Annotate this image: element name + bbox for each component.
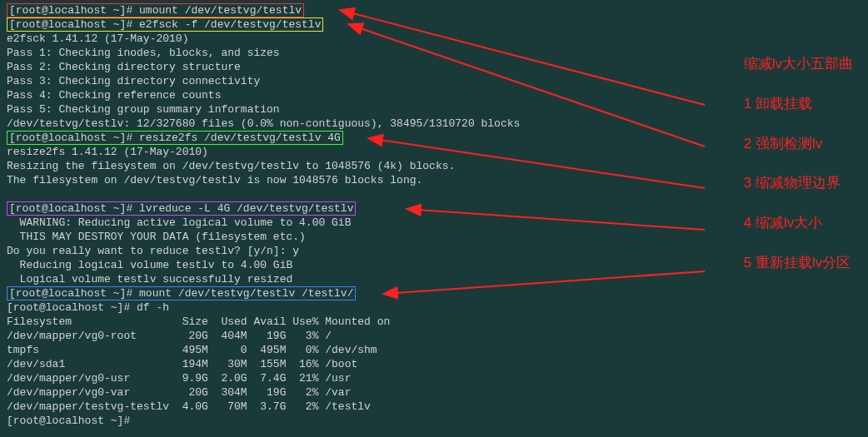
prompt: [root@localhost ~]# <box>9 4 139 17</box>
df-row: /dev/mapper/vg0-root 20G 404M 19G 3% / <box>7 329 861 343</box>
prompt: [root@localhost ~]# <box>9 18 139 31</box>
cmd-text: resize2fs /dev/testvg/testlv 4G <box>139 132 341 144</box>
df-row: tmpfs 495M 0 495M 0% /dev/shm <box>7 343 861 357</box>
annotation-step-5: 5 重新挂载lv分区 <box>744 253 853 273</box>
output-line: resize2fs 1.41.12 (17-May-2010) <box>7 145 861 159</box>
cmd-text: mount /dev/testvg/testlv /testlv/ <box>139 287 353 300</box>
prompt: [root@localhost ~]# <box>7 301 137 314</box>
prompt: [root@localhost ~]# <box>9 287 139 300</box>
cmd-text: df -h <box>137 301 169 314</box>
cmd-text: umount /dev/testvg/testlv <box>139 4 302 17</box>
prompt: [root@localhost ~]# <box>9 132 139 144</box>
prompt-line: [root@localhost ~]# <box>7 414 861 428</box>
cmd-text: e2fsck -f /dev/testvg/testlv <box>139 18 321 31</box>
cmd-line-umount: [root@localhost ~]# umount /dev/testvg/t… <box>7 3 861 17</box>
output-line: /dev/testvg/testlv: 12/327680 files (0.0… <box>7 117 861 131</box>
output-line: The filesystem on /dev/testvg/testlv is … <box>7 173 861 187</box>
annotation-step-4: 4 缩减lv大小 <box>744 213 853 233</box>
annotation-title: 缩减lv大小五部曲 <box>744 54 853 74</box>
cmd-line-resize2fs: [root@localhost ~]# resize2fs /dev/testv… <box>7 131 861 145</box>
cmd-line-e2fsck: [root@localhost ~]# e2fsck -f /dev/testv… <box>7 17 861 32</box>
cmd-box-mount: [root@localhost ~]# mount /dev/testvg/te… <box>7 286 356 300</box>
output-line: WARNING: Reducing active logical volume … <box>7 216 861 230</box>
cmd-text: lvreduce -L 4G /dev/testvg/testlv <box>139 202 353 215</box>
output-line: Pass 5: Checking group summary informati… <box>7 102 861 117</box>
df-row: /dev/mapper/vg0-var 20G 304M 19G 2% /var <box>7 385 861 400</box>
output-line: Reducing logical volume testlv to 4.00 G… <box>7 258 861 272</box>
output-line: Do you really want to reduce testlv? [y/… <box>7 244 861 258</box>
df-row: /dev/sda1 194M 30M 155M 16% /boot <box>7 357 861 371</box>
cmd-box-resize2fs: [root@localhost ~]# resize2fs /dev/testv… <box>7 131 343 145</box>
output-line: THIS MAY DESTROY YOUR DATA (filesystem e… <box>7 230 861 244</box>
cmd-line-mount: [root@localhost ~]# mount /dev/testvg/te… <box>7 286 861 300</box>
cmd-line-lvreduce: [root@localhost ~]# lvreduce -L 4G /dev/… <box>7 201 861 216</box>
annotation-step-2: 2 强制检测lv <box>744 134 853 154</box>
output-line: Pass 3: Checking directory connectivity <box>7 74 861 88</box>
output-line: Pass 1: Checking inodes, blocks, and siz… <box>7 46 861 60</box>
annotation-step-1: 1 卸载挂载 <box>744 94 853 114</box>
annotation-panel: 缩减lv大小五部曲 1 卸载挂载 2 强制检测lv 3 缩减物理边界 4 缩减l… <box>744 54 853 273</box>
cmd-box-e2fsck: [root@localhost ~]# e2fsck -f /dev/testv… <box>7 17 323 32</box>
cmd-line-df: [root@localhost ~]# df -h <box>7 300 861 315</box>
output-line: e2fsck 1.41.12 (17-May-2010) <box>7 32 861 46</box>
output-line: Pass 4: Checking reference counts <box>7 88 861 102</box>
output-line: Logical volume testlv successfully resiz… <box>7 272 861 286</box>
prompt: [root@localhost ~]# <box>9 202 139 215</box>
df-row: /dev/mapper/vg0-usr 9.9G 2.0G 7.4G 21% /… <box>7 371 861 385</box>
annotation-step-3: 3 缩减物理边界 <box>744 173 853 193</box>
cmd-box-umount: [root@localhost ~]# umount /dev/testvg/t… <box>7 3 304 17</box>
df-row: /dev/mapper/testvg-testlv 4.0G 70M 3.7G … <box>7 400 861 414</box>
output-line: Resizing the filesystem on /dev/testvg/t… <box>7 159 861 173</box>
blank-line <box>7 187 861 201</box>
output-line: Pass 2: Checking directory structure <box>7 60 861 74</box>
df-header: Filesystem Size Used Avail Use% Mounted … <box>7 315 861 329</box>
cmd-box-lvreduce: [root@localhost ~]# lvreduce -L 4G /dev/… <box>7 201 356 216</box>
